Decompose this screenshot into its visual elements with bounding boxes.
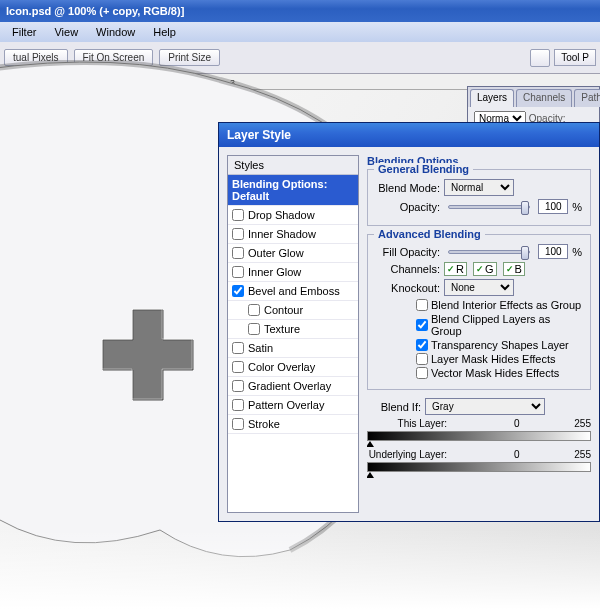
opacity-slider[interactable] <box>448 205 530 209</box>
channel-r-checkbox[interactable]: R <box>444 262 467 276</box>
underlying-layer-label: Underlying Layer: <box>367 449 459 460</box>
document-title: lcon.psd @ 100% (+ copy, RGB/8)] <box>6 5 184 17</box>
menu-filter[interactable]: Filter <box>4 24 44 40</box>
styles-header[interactable]: Styles <box>228 156 358 175</box>
style-satin[interactable]: Satin <box>228 339 358 358</box>
blend-if-dropdown[interactable]: Gray <box>425 398 545 415</box>
dpad-plus-icon <box>98 305 198 405</box>
brush-preset-icon[interactable] <box>530 49 550 67</box>
style-inner-shadow[interactable]: Inner Shadow <box>228 225 358 244</box>
blend-mode-label: Blend Mode: <box>376 182 440 194</box>
menu-view[interactable]: View <box>46 24 86 40</box>
dialog-title-text: Layer Style <box>227 128 291 142</box>
channel-b-checkbox[interactable]: B <box>503 262 525 276</box>
style-inner-glow[interactable]: Inner Glow <box>228 263 358 282</box>
knockout-label: Knockout: <box>376 282 440 294</box>
general-blending-group: General Blending Blend Mode: Normal Opac… <box>367 169 591 226</box>
style-stroke[interactable]: Stroke <box>228 415 358 434</box>
transparency-shapes-checkbox[interactable] <box>416 339 428 351</box>
blend-mode-dropdown[interactable]: Normal <box>444 179 514 196</box>
dialog-titlebar[interactable]: Layer Style <box>219 123 599 147</box>
style-texture[interactable]: Texture <box>228 320 358 339</box>
styles-list: Styles Blending Options: Default Drop Sh… <box>227 155 359 513</box>
layer-mask-hides-checkbox[interactable] <box>416 353 428 365</box>
opacity-input[interactable] <box>538 199 568 214</box>
style-gradient-overlay[interactable]: Gradient Overlay <box>228 377 358 396</box>
blend-if-group: Blend If: Gray This Layer: 0 255 Underly… <box>367 398 591 472</box>
bottom-fade <box>0 529 600 609</box>
channel-g-checkbox[interactable]: G <box>473 262 497 276</box>
tab-paths[interactable]: Paths <box>574 89 600 107</box>
fill-opacity-slider[interactable] <box>448 250 530 254</box>
tab-layers[interactable]: Layers <box>470 89 514 107</box>
menu-bar: Filter View Window Help <box>0 22 600 42</box>
tab-channels[interactable]: Channels <box>516 89 572 107</box>
channels-label: Channels: <box>376 263 440 275</box>
fill-opacity-label: Fill Opacity: <box>376 246 440 258</box>
opacity-label: Opacity: <box>376 201 440 213</box>
this-layer-gradient[interactable] <box>367 431 591 441</box>
menu-window[interactable]: Window <box>88 24 143 40</box>
vector-mask-hides-checkbox[interactable] <box>416 367 428 379</box>
style-pattern-overlay[interactable]: Pattern Overlay <box>228 396 358 415</box>
menu-help[interactable]: Help <box>145 24 184 40</box>
blending-options-panel: Blending Options General Blending Blend … <box>367 155 591 513</box>
style-outer-glow[interactable]: Outer Glow <box>228 244 358 263</box>
this-layer-label: This Layer: <box>367 418 459 429</box>
layer-style-dialog: Layer Style Styles Blending Options: Def… <box>218 122 600 522</box>
blend-if-label: Blend If: <box>367 401 421 413</box>
window-titlebar: lcon.psd @ 100% (+ copy, RGB/8)] <box>0 0 600 22</box>
blend-clipped-checkbox[interactable] <box>416 319 428 331</box>
underlying-layer-gradient[interactable] <box>367 462 591 472</box>
style-bevel-emboss[interactable]: Bevel and Emboss <box>228 282 358 301</box>
blend-interior-checkbox[interactable] <box>416 299 428 311</box>
fill-opacity-input[interactable] <box>538 244 568 259</box>
tool-presets-button[interactable]: Tool P <box>554 49 596 66</box>
style-color-overlay[interactable]: Color Overlay <box>228 358 358 377</box>
style-blending-options[interactable]: Blending Options: Default <box>228 175 358 206</box>
knockout-dropdown[interactable]: None <box>444 279 514 296</box>
style-contour[interactable]: Contour <box>228 301 358 320</box>
advanced-blending-group: Advanced Blending Fill Opacity: % Channe… <box>367 234 591 390</box>
style-drop-shadow[interactable]: Drop Shadow <box>228 206 358 225</box>
